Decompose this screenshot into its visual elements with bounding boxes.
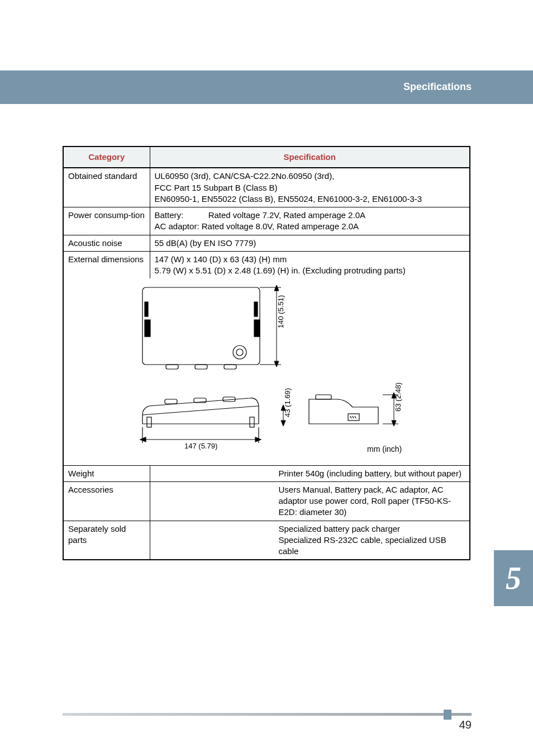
spec-table: Category Specification Obtained standard… <box>63 146 470 560</box>
row-dimensions: External dimensions 147 (W) x 140 (D) x … <box>63 251 470 278</box>
label-acoustic: Acoustic noise <box>63 235 150 251</box>
label-dimensions: External dimensions <box>63 251 150 278</box>
header-title: Specifications <box>403 81 472 93</box>
svg-line-30 <box>355 416 356 418</box>
dim-depth-label: 140 (5.51) <box>277 295 285 328</box>
value-acoustic: 55 dB(A) (by EN ISO 7779) <box>150 235 470 251</box>
svg-point-5 <box>233 346 246 359</box>
row-diagram: 140 (5.51) <box>63 278 470 465</box>
value-separate: Specialized battery pack charger Special… <box>150 521 470 560</box>
svg-marker-33 <box>281 420 285 426</box>
footer-rule <box>63 713 472 716</box>
svg-marker-11 <box>274 285 279 291</box>
svg-rect-39 <box>444 710 451 720</box>
label-obtained: Obtained standard <box>63 168 150 207</box>
svg-marker-12 <box>274 361 279 367</box>
dim-h2-label: 63 (2.48) <box>394 382 402 412</box>
svg-rect-7 <box>166 365 178 369</box>
svg-line-28 <box>350 416 351 418</box>
col-header-category: Category <box>63 147 150 168</box>
row-power: Power consump-tion Battery: Rated voltag… <box>63 207 470 235</box>
svg-rect-18 <box>165 399 177 404</box>
svg-rect-16 <box>147 417 151 427</box>
row-acoustic: Acoustic noise 55 dB(A) (by EN ISO 7779) <box>63 235 470 251</box>
chapter-number: 5 <box>506 560 521 596</box>
svg-point-6 <box>236 349 243 356</box>
svg-rect-27 <box>348 414 359 420</box>
dimensions-diagram: 140 (5.51) <box>116 281 417 460</box>
svg-line-29 <box>353 416 354 418</box>
value-obtained: UL60950 (3rd), CAN/CSA-C22.2No.60950 (3r… <box>150 168 470 207</box>
svg-marker-22 <box>140 437 146 442</box>
row-obtained-standard: Obtained standard UL60950 (3rd), CAN/CSA… <box>63 168 470 207</box>
label-power: Power consump-tion <box>63 207 150 235</box>
label-accessories: Accessories <box>63 481 150 521</box>
svg-rect-2 <box>145 320 150 337</box>
page-number: 49 <box>459 719 472 731</box>
svg-rect-9 <box>224 365 236 369</box>
svg-line-15 <box>142 406 259 415</box>
svg-marker-23 <box>255 437 261 442</box>
svg-rect-0 <box>142 287 260 365</box>
label-weight: Weight <box>63 465 150 481</box>
svg-rect-3 <box>254 302 258 316</box>
dim-width-label: 147 (5.79) <box>184 442 217 450</box>
row-accessories: Accessories Users Manual, Battery pack, … <box>63 481 470 521</box>
value-power: Battery: Rated voltage 7.2V, Rated amper… <box>150 207 470 235</box>
dim-h1-label: 43 (1.69) <box>283 388 292 417</box>
chapter-tab: 5 <box>494 550 533 606</box>
svg-rect-4 <box>254 320 260 337</box>
value-accessories: Users Manual, Battery pack, AC adaptor, … <box>150 481 470 521</box>
value-dimensions: 147 (W) x 140 (D) x 63 (43) (H) mm 5.79 … <box>150 251 470 278</box>
svg-marker-38 <box>392 420 396 426</box>
label-separate: Separately sold parts <box>63 521 150 560</box>
svg-rect-26 <box>316 395 331 399</box>
value-weight: Printer 540g (including battery, but wit… <box>150 465 470 481</box>
svg-rect-8 <box>195 365 207 369</box>
footer-tick-icon <box>444 710 451 720</box>
row-separate: Separately sold parts Specialized batter… <box>63 521 470 560</box>
row-weight: Weight Printer 540g (including battery, … <box>63 465 470 481</box>
col-header-specification: Specification <box>150 147 470 168</box>
svg-rect-17 <box>250 417 254 427</box>
dim-unit-label: mm (inch) <box>367 445 402 453</box>
svg-rect-1 <box>145 302 148 316</box>
